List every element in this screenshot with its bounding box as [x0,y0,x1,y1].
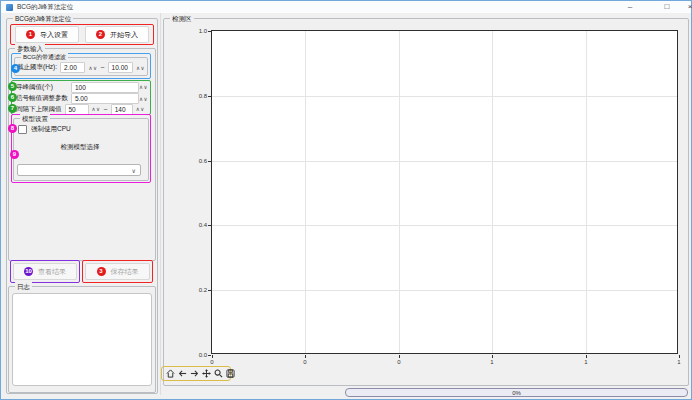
x-tick-label: 0 [391,359,407,366]
interval-high-spinner-icon[interactable]: ∧∨ [136,106,145,112]
force-cpu-label: 强制使用CPU [31,125,71,134]
interval-threshold-row: 间隔下上限阈值 50 ∧∨ ~ 140 ∧∨ [16,104,148,115]
force-cpu-checkbox[interactable] [18,125,27,134]
close-button[interactable]: × [679,1,692,13]
progress-label: 0% [512,390,521,396]
plot-area[interactable]: 1.00.80.60.40.20.0000111 [211,30,678,354]
model-group-label: 模型设置 [20,114,50,123]
x-tick-label: 1 [671,359,687,366]
chevron-down-icon: ∨ [132,167,136,174]
start-import-button[interactable]: 2 开始导入 [85,26,149,43]
view-results-label: 查看结果 [38,267,66,277]
peak-threshold-spinner-icon[interactable]: ∧∨ [139,84,148,90]
y-tick-label: 0.8 [189,93,207,100]
cutoff-frequency-label: 截止频率(Hz): [17,63,57,72]
x-tick-label: 1 [484,359,500,366]
annotation-badge-6: 6 [8,93,17,102]
model-select-label: 检测模型选择 [13,143,147,152]
annotation-badge-8: 8 [8,124,17,133]
annotation-badge-3: 3 [97,267,106,276]
y-tick-label: 1.0 [189,28,207,35]
force-cpu-row: 强制使用CPU [18,125,71,134]
annotation-badge-5: 5 [8,82,17,91]
pan-icon[interactable] [202,369,211,378]
peak-threshold-row: 寻峰阈值(个) 100 ∧∨ [16,82,148,93]
log-textarea[interactable] [12,293,152,386]
amplitude-param-spinner-icon[interactable]: ∧∨ [139,96,148,102]
maximize-button[interactable]: □ [656,1,678,13]
back-arrow-icon[interactable] [178,369,187,378]
amplitude-param-input[interactable]: 5.00 [71,93,139,104]
save-results-button[interactable]: 3 保存结果 [85,263,150,280]
x-tick-label: 0 [297,359,313,366]
detection-area-label: 检测区 [170,14,194,23]
app-icon [6,4,13,11]
start-import-label: 开始导入 [110,30,138,40]
interval-range-separator: ~ [104,106,108,113]
interval-low-spinner-icon[interactable]: ∧∨ [92,106,101,112]
peak-threshold-input[interactable]: 100 [71,82,139,93]
title-bar: BCG的J峰算法定位 – □ × [1,1,691,13]
model-select-dropdown[interactable]: ∨ [17,164,141,176]
peak-threshold-label: 寻峰阈值(个) [16,83,71,92]
y-tick-label: 0.6 [189,158,207,165]
log-group-label: 日志 [15,282,32,291]
bandpass-row: 截止频率(Hz): 2.00 ∧∨ ~ 10.00 ∧∨ [17,62,145,73]
view-results-button[interactable]: 10 查看结果 [13,263,77,280]
y-tick-label: 0.4 [189,222,207,229]
cutoff-low-spinner-icon[interactable]: ∧∨ [88,65,97,71]
save-results-label: 保存结果 [111,267,139,277]
x-tick-label: 0 [204,359,220,366]
left-panel-group-label: BCG的J峰算法定位 [13,14,73,23]
panel-splitter[interactable] [160,13,161,395]
interval-high-input[interactable]: 140 [111,104,133,115]
amplitude-param-label: 信号幅值调整参数 [16,94,71,103]
x-tick-label: 1 [578,359,594,366]
interval-low-input[interactable]: 50 [65,104,89,115]
params-group-label: 参数输入 [15,44,45,53]
y-tick-label: 0.0 [189,352,207,359]
amplitude-param-row: 信号幅值调整参数 5.00 ∧∨ [16,93,148,104]
bandpass-group-label: BCG的带通滤波 [21,53,68,62]
forward-arrow-icon[interactable] [190,369,199,378]
annotation-badge-1: 1 [26,30,35,39]
plot-toolbar [161,366,231,381]
progress-bar: 0% [345,388,688,397]
import-settings-button[interactable]: 1 导入设置 [15,26,79,43]
annotation-badge-4: 4 [11,64,20,73]
import-settings-label: 导入设置 [40,30,68,40]
annotation-badge-7: 7 [8,104,17,113]
home-icon[interactable] [166,369,175,378]
annotation-badge-2: 2 [96,30,105,39]
save-icon[interactable] [226,369,235,378]
interval-threshold-label: 间隔下上限阈值 [16,105,62,114]
cutoff-range-separator: ~ [101,64,105,71]
minimize-button[interactable]: – [619,1,641,13]
cutoff-high-spinner-icon[interactable]: ∧∨ [136,65,145,71]
annotation-badge-10: 10 [24,267,33,276]
zoom-icon[interactable] [214,369,223,378]
cutoff-low-input[interactable]: 2.00 [60,62,85,73]
window-title: BCG的J峰算法定位 [17,3,73,12]
annotation-badge-9: 9 [10,150,19,159]
y-tick-label: 0.2 [189,287,207,294]
app-window: BCG的J峰算法定位 – □ × BCG的J峰算法定位 1 导入设置 2 开始导… [0,0,692,400]
cutoff-high-input[interactable]: 10.00 [108,62,133,73]
